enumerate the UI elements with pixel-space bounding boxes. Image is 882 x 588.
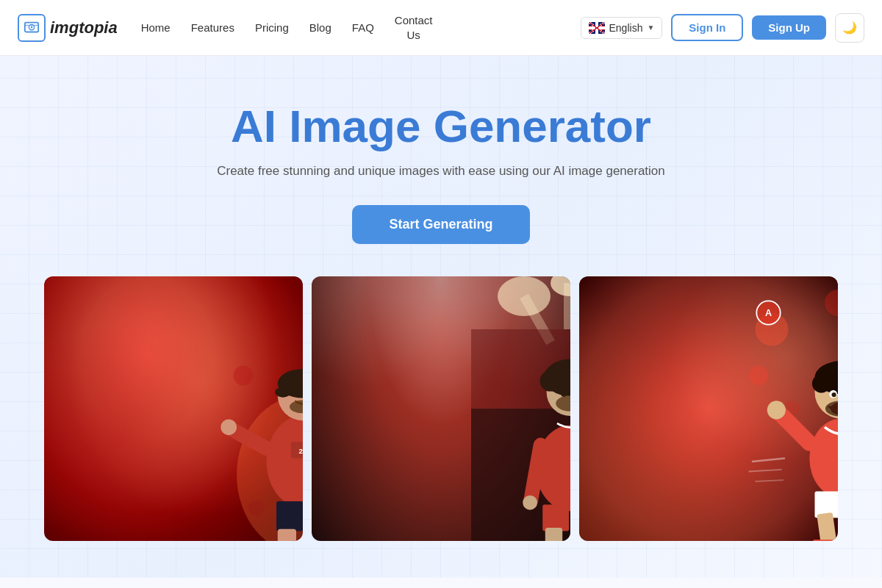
nav-links: Home Features Pricing Blog FAQ ContactUs (141, 13, 581, 42)
svg-rect-88 (813, 539, 834, 541)
signup-button[interactable]: Sign Up (752, 15, 826, 40)
svg-line-94 (756, 480, 784, 481)
logo[interactable]: imgtopia (18, 14, 118, 42)
svg-rect-53 (545, 528, 562, 541)
start-generating-button[interactable]: Start Generating (352, 205, 529, 244)
gallery-item-2 (312, 276, 570, 541)
signin-button[interactable]: Sign In (671, 14, 743, 41)
svg-point-2 (31, 26, 33, 28)
nav-faq[interactable]: FAQ (352, 21, 374, 34)
gallery-item-3: A (579, 276, 838, 541)
svg-point-24 (234, 366, 254, 386)
svg-line-47 (531, 445, 541, 502)
svg-point-62 (749, 366, 769, 386)
image-gallery: 22 (15, 276, 867, 541)
svg-line-80 (778, 412, 809, 443)
logo-img: img (50, 18, 79, 37)
hero-subtitle: Create free stunning and unique images w… (15, 164, 867, 179)
hero-title: AI Image Generator (15, 100, 867, 152)
nav-blog[interactable]: Blog (309, 21, 331, 34)
chevron-down-icon: ▼ (647, 24, 654, 32)
svg-point-37 (540, 370, 562, 392)
svg-text:22: 22 (299, 447, 303, 455)
theme-toggle-button[interactable]: 🌙 (835, 13, 864, 43)
language-label: English (609, 22, 643, 34)
svg-point-71 (812, 374, 831, 392)
svg-rect-16 (276, 501, 303, 531)
svg-point-26 (248, 500, 265, 516)
nav-home[interactable]: Home (141, 21, 171, 34)
svg-line-93 (749, 470, 782, 472)
navbar: imgtopia Home Features Pricing Blog FAQ … (0, 0, 882, 56)
svg-point-68 (809, 419, 838, 498)
nav-pricing[interactable]: Pricing (255, 21, 289, 34)
svg-rect-17 (301, 501, 303, 531)
svg-point-81 (767, 401, 786, 419)
player-3-svg: A (709, 276, 838, 541)
logo-svg (24, 20, 40, 36)
language-selector[interactable]: English ▼ (581, 17, 663, 39)
gallery-item-1: 22 (44, 276, 303, 541)
logo-text: imgtopia (50, 18, 118, 37)
nav-contact[interactable]: ContactUs (395, 13, 433, 42)
svg-point-41 (561, 392, 566, 397)
svg-point-14 (220, 419, 237, 435)
svg-text:A: A (765, 308, 772, 318)
player-2-svg (441, 276, 570, 541)
svg-point-49 (523, 495, 537, 510)
svg-rect-51 (542, 505, 569, 531)
svg-rect-18 (278, 529, 296, 541)
svg-point-76 (831, 392, 836, 397)
uk-flag-icon (589, 22, 605, 34)
moon-icon: 🌙 (842, 21, 857, 35)
logo-icon (18, 14, 46, 42)
nav-right: English ▼ Sign In Sign Up 🌙 (581, 13, 865, 43)
svg-point-61 (825, 290, 838, 316)
svg-line-92 (752, 459, 785, 462)
nav-features[interactable]: Features (191, 21, 234, 34)
player-1-svg: 22 (173, 276, 303, 541)
svg-rect-87 (836, 516, 838, 541)
hero-section: AI Image Generator Create free stunning … (0, 56, 882, 578)
svg-point-8 (275, 387, 291, 397)
